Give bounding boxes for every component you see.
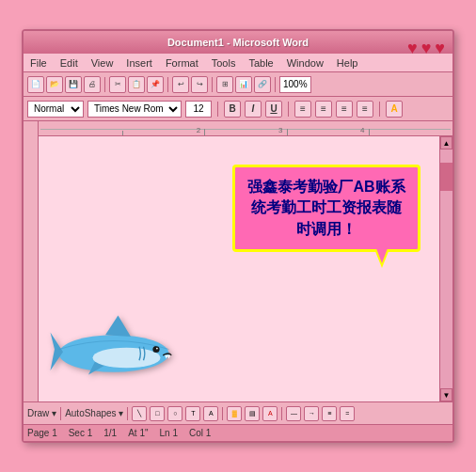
heart-decorations: ♥ ♥ ♥ <box>407 39 445 58</box>
equal-btn[interactable]: = <box>340 406 355 421</box>
dash-style[interactable]: — <box>286 406 301 421</box>
font-size-input[interactable] <box>185 101 212 118</box>
font-select[interactable]: Times New Roman <box>87 101 182 118</box>
ruler-tick-1 <box>122 131 123 135</box>
align-draw[interactable]: ≡ <box>322 406 337 421</box>
status-bar: Page 1 Sec 1 1/1 At 1" Ln 1 Col 1 <box>24 424 452 441</box>
status-ln: Ln 1 <box>160 428 178 438</box>
menu-insert[interactable]: Insert <box>123 56 155 70</box>
speech-bubble: 强鑫泰考勤验厂AB账系统考勤工时工资报表随时调用！ <box>232 165 420 252</box>
heart-2: ♥ <box>421 39 432 58</box>
underline-btn[interactable]: U <box>265 101 282 118</box>
left-ruler <box>24 121 39 401</box>
heart-1: ♥ <box>407 39 418 58</box>
scroll-track <box>440 191 452 388</box>
arrow-style[interactable]: → <box>304 406 319 421</box>
redo-btn[interactable]: ↪ <box>191 76 208 93</box>
sep5 <box>217 102 218 117</box>
wordart-tool[interactable]: A <box>203 406 218 421</box>
scroll-down-arrow[interactable]: ▼ <box>440 388 452 401</box>
shark-image <box>43 303 184 387</box>
ruler-num-2: 2 <box>197 126 200 134</box>
format-bar: Normal Times New Roman B I U ≡ ≡ ≡ ≡ A <box>24 97 452 121</box>
ruler-num-3: 3 <box>278 126 282 134</box>
align-left-btn[interactable]: ≡ <box>294 101 311 118</box>
page-canvas[interactable]: 强鑫泰考勤验厂AB账系统考勤工时工资报表随时调用！ <box>39 136 439 401</box>
zoom-box[interactable]: 100% <box>279 76 311 93</box>
align-center-btn[interactable]: ≡ <box>315 101 332 118</box>
table-btn[interactable]: ⊞ <box>216 76 233 93</box>
svg-point-6 <box>156 348 158 350</box>
svg-point-4 <box>93 348 161 369</box>
title-bar: Document1 - Microsoft Word ♥ ♥ ♥ <box>24 31 452 54</box>
scroll-up-arrow[interactable]: ▲ <box>440 136 452 149</box>
scroll-bar[interactable]: ▲ ▼ <box>439 136 452 401</box>
sep1 <box>104 77 105 92</box>
svg-marker-2 <box>105 316 131 338</box>
svg-point-5 <box>152 346 159 353</box>
draw-sep3 <box>222 407 223 420</box>
menu-window[interactable]: Window <box>284 56 326 70</box>
sep3 <box>212 77 213 92</box>
menu-file[interactable]: File <box>27 56 50 70</box>
chart-btn[interactable]: 📊 <box>235 76 252 93</box>
menu-help[interactable]: Help <box>334 56 361 70</box>
heart-3: ♥ <box>435 39 445 58</box>
page-scroll-area: 强鑫泰考勤验厂AB账系统考勤工时工资报表随时调用！ <box>39 136 452 401</box>
menu-view[interactable]: View <box>88 56 117 70</box>
highlight-btn[interactable]: A <box>386 101 403 118</box>
ruler-inner: 2 3 4 <box>40 122 451 135</box>
print-btn[interactable]: 🖨 <box>84 76 101 93</box>
open-btn[interactable]: 📂 <box>46 76 63 93</box>
top-ruler: 2 3 4 <box>39 121 452 136</box>
document-area: 2 3 4 强鑫泰考勤验厂AB账系统考勤工时工资报表随时调用！ <box>24 121 452 401</box>
ruler-num-4: 4 <box>360 126 364 134</box>
menu-edit[interactable]: Edit <box>57 56 81 70</box>
textbox-tool[interactable]: T <box>185 406 200 421</box>
menu-table[interactable]: Table <box>246 56 276 70</box>
copy-btn[interactable]: 📋 <box>128 76 145 93</box>
bold-btn[interactable]: B <box>224 101 241 118</box>
drawing-bar: Draw ▾ AutoShapes ▾ ╲ □ ○ T A ▓ ▤ A — → … <box>24 401 452 424</box>
window-title: Document1 - Microsoft Word <box>167 37 309 48</box>
zoom-value: 100% <box>283 79 308 89</box>
draw-label[interactable]: Draw ▾ <box>27 408 56 418</box>
menu-bar: File Edit View Insert Format Tools Table… <box>24 54 452 72</box>
ruler-tick-2 <box>204 129 205 135</box>
link-btn[interactable]: 🔗 <box>254 76 271 93</box>
status-page: Page 1 <box>27 428 57 438</box>
justify-btn[interactable]: ≡ <box>357 101 373 118</box>
svg-marker-1 <box>51 333 64 371</box>
oval-tool[interactable]: ○ <box>167 406 182 421</box>
draw-sep1 <box>60 407 61 420</box>
cut-btn[interactable]: ✂ <box>109 76 126 93</box>
undo-btn[interactable]: ↩ <box>172 76 189 93</box>
autoshapes-label[interactable]: AutoShapes ▾ <box>65 408 123 418</box>
line-color[interactable]: ▤ <box>245 406 260 421</box>
status-sec: Sec 1 <box>69 428 93 438</box>
menu-format[interactable]: Format <box>163 56 201 70</box>
style-select[interactable]: Normal <box>27 101 84 118</box>
status-col: Col 1 <box>189 428 211 438</box>
status-pages: 1/1 <box>103 428 117 438</box>
main-content: 2 3 4 强鑫泰考勤验厂AB账系统考勤工时工资报表随时调用！ <box>39 121 452 401</box>
scroll-thumb[interactable] <box>440 163 452 191</box>
font-color[interactable]: A <box>262 406 278 421</box>
fill-color[interactable]: ▓ <box>227 406 242 421</box>
new-btn[interactable]: 📄 <box>27 76 44 93</box>
menu-tools[interactable]: Tools <box>209 56 239 70</box>
sep2 <box>167 77 168 92</box>
line-tool[interactable]: ╲ <box>132 406 147 421</box>
draw-sep2 <box>127 407 128 420</box>
save-btn[interactable]: 💾 <box>65 76 82 93</box>
ruler-tick-4 <box>369 129 370 135</box>
sep6 <box>288 102 289 117</box>
paste-btn[interactable]: 📌 <box>147 76 164 93</box>
word-window: Document1 - Microsoft Word ♥ ♥ ♥ File Ed… <box>22 29 454 443</box>
sep7 <box>379 102 380 117</box>
rect-tool[interactable]: □ <box>150 406 165 421</box>
italic-btn[interactable]: I <box>245 101 262 118</box>
align-right-btn[interactable]: ≡ <box>336 101 353 118</box>
ruler-tick-3 <box>287 129 288 135</box>
toolbar: 📄 📂 💾 🖨 ✂ 📋 📌 ↩ ↪ ⊞ 📊 🔗 100% <box>24 72 452 97</box>
